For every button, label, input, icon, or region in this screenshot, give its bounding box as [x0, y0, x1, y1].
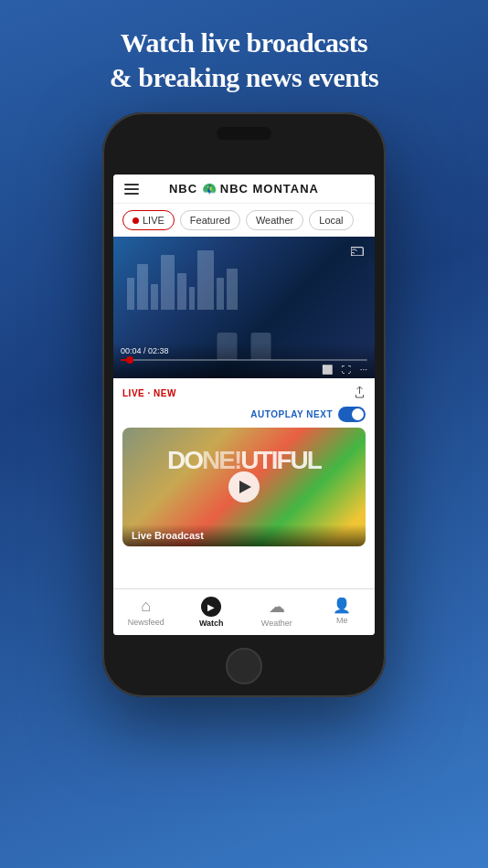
tab-featured[interactable]: Featured [180, 210, 240, 230]
more-options-icon[interactable]: ··· [360, 365, 367, 375]
app-header: NBC 🦚 NBC MONTANA [113, 175, 375, 204]
tab-live-label: LIVE [143, 215, 164, 226]
filter-tabs-bar: LIVE Featured Weather Local [113, 204, 375, 237]
live-indicator-dot [133, 217, 139, 224]
subtitles-icon[interactable]: ⬜ [322, 365, 333, 375]
phone-notch [217, 127, 271, 140]
hamburger-menu-button[interactable] [124, 184, 139, 195]
video-player[interactable]: 00:04 / 02:38 ⬜ ⛶ ··· [113, 237, 375, 378]
tab-local-label: Local [319, 215, 343, 226]
tab-weather-label: Weather [256, 215, 293, 226]
progress-dot [126, 356, 133, 364]
newsfeed-label: Newsfeed [128, 618, 164, 627]
phone-home-button[interactable] [226, 648, 262, 684]
phone-device: NBC 🦚 NBC MONTANA LIVE Featured Weather … [102, 112, 386, 697]
progress-fill [121, 359, 131, 361]
phone-screen: NBC 🦚 NBC MONTANA LIVE Featured Weather … [113, 175, 375, 635]
video-card-title: Live Broadcast [122, 524, 366, 546]
toggle-knob [352, 408, 364, 420]
city-background [113, 237, 375, 310]
video-time-display: 00:04 / 02:38 [121, 346, 367, 355]
tab-live[interactable]: LIVE [122, 210, 175, 230]
nbc-peacock-icon: NBC 🦚 [169, 182, 217, 196]
nav-item-weather[interactable]: ☁ Weather [244, 594, 310, 630]
current-time: 00:04 [121, 346, 142, 355]
nav-item-newsfeed[interactable]: ⌂ Newsfeed [113, 594, 179, 630]
share-icon[interactable] [354, 386, 366, 401]
weather-label: Weather [261, 619, 292, 628]
nav-item-watch[interactable]: ▶ Watch [179, 594, 245, 630]
svg-point-1 [351, 254, 353, 256]
video-card[interactable]: DONE!UTIFUL Live Broadcast [122, 428, 366, 546]
me-label: Me [336, 616, 348, 625]
cast-icon[interactable] [351, 244, 366, 259]
tab-weather[interactable]: Weather [246, 210, 303, 230]
total-time: 02:38 [148, 346, 169, 355]
content-area: LIVE · NEW AUTOPLAY NEXT DONE!UTIFUL [113, 378, 375, 588]
bottom-navigation: ⌂ Newsfeed ▶ Watch ☁ Weather 👤 Me [113, 588, 375, 635]
tab-featured-label: Featured [190, 215, 230, 226]
nbc-logo: NBC 🦚 NBC MONTANA [169, 182, 319, 196]
tab-local[interactable]: Local [309, 210, 353, 230]
app-headline: Watch live broadcasts & breaking news ev… [82, 0, 406, 112]
autoplay-label: AUTOPLAY NEXT [250, 409, 333, 419]
nav-item-me[interactable]: 👤 Me [310, 594, 376, 630]
autoplay-row: AUTOPLAY NEXT [113, 405, 375, 428]
play-button-overlay[interactable] [228, 471, 260, 503]
video-controls: 00:04 / 02:38 ⬜ ⛶ ··· [113, 343, 375, 378]
play-triangle-icon [239, 481, 251, 493]
me-icon: 👤 [333, 597, 351, 614]
weather-icon: ☁ [269, 597, 285, 617]
autoplay-toggle[interactable] [338, 407, 366, 422]
live-label-row: LIVE · NEW [113, 378, 375, 405]
station-name: NBC MONTANA [220, 182, 319, 196]
watch-label: Watch [199, 619, 224, 628]
svg-rect-0 [351, 248, 363, 256]
newsfeed-icon: ⌂ [141, 597, 151, 616]
progress-bar[interactable] [121, 359, 367, 361]
control-icons-row: ⬜ ⛶ ··· [121, 365, 367, 375]
fullscreen-icon[interactable]: ⛶ [342, 365, 351, 375]
watch-icon: ▶ [201, 597, 221, 617]
live-new-badge: LIVE · NEW [122, 388, 176, 398]
